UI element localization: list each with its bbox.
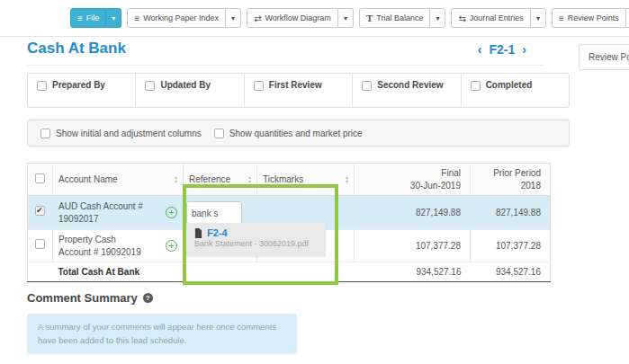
journal-entries-group: ⇆ Journal Entries ▾ [451, 8, 545, 28]
display-options-bar: Show initial and adjustment columns Show… [27, 120, 570, 146]
prior-value: 827,149.88 [471, 196, 551, 230]
page-title: Cash At Bank [27, 40, 126, 58]
trial-balance-caret[interactable]: ▾ [430, 8, 445, 28]
prepared-by-label: Prepared By [52, 80, 105, 90]
column-header-prior-period: Prior Period 2018 [471, 164, 551, 196]
prepared-by-checkbox[interactable] [37, 81, 47, 91]
workpaper-screen: ≡ File ▾ ≡ Working Paper Index ▾ ⇄ Workf… [0, 0, 629, 364]
select-all-checkbox[interactable] [35, 173, 45, 183]
dropdown-result-ref[interactable]: F2-4 [207, 227, 228, 238]
row-checkbox[interactable] [35, 239, 45, 249]
second-review-label: Second Review [377, 80, 443, 90]
workflow-diagram-group: ⇄ Workflow Diagram ▾ [247, 8, 354, 28]
signoff-completed: Completed [461, 74, 569, 107]
sort-icon[interactable]: ▴▾ [248, 175, 251, 184]
total-prior-value: 934,527.16 [471, 262, 551, 282]
shuffle-icon: ⇆ [458, 13, 465, 23]
workpaper-ref: F2-1 [490, 42, 516, 57]
updated-by-checkbox[interactable] [145, 81, 155, 91]
expand-account-icon[interactable]: + [166, 207, 177, 218]
working-paper-index-caret[interactable]: ▾ [226, 8, 241, 28]
total-final-value: 934,527.16 [355, 262, 471, 282]
signoff-first-review: First Review [244, 74, 352, 107]
sort-icon[interactable]: ▴▾ [175, 175, 177, 184]
file-icon [194, 228, 202, 238]
review-points-group: ≡ Review Points + [552, 8, 629, 28]
first-review-checkbox[interactable] [254, 81, 264, 91]
journal-entries-caret[interactable]: ▾ [531, 8, 546, 28]
bars-icon: ≡ [559, 13, 564, 23]
prior-value: 107,377.28 [471, 230, 551, 262]
file-button[interactable]: ≡ File [70, 8, 106, 28]
row-checkbox[interactable] [35, 206, 45, 216]
workflow-diagram-caret[interactable]: ▾ [338, 8, 354, 28]
completed-checkbox[interactable] [471, 81, 481, 91]
prev-workpaper-button[interactable]: ‹ [478, 42, 482, 57]
review-points-label: Review Points [568, 13, 619, 22]
journal-entries-label: Journal Entries [470, 13, 524, 22]
review-points-side-tab[interactable]: Review Po [579, 44, 629, 70]
show-quantities-option: Show quantities and market price [214, 129, 363, 138]
working-paper-index-label: Working Paper Index [143, 13, 219, 22]
title-divider [27, 65, 544, 66]
workflow-diagram-button[interactable]: ⇄ Workflow Diagram [247, 8, 338, 28]
review-points-button[interactable]: ≡ Review Points [552, 8, 626, 28]
comment-summary-heading: Comment Summary ? [27, 291, 153, 305]
text-height-icon: T [366, 13, 373, 23]
journal-entries-button[interactable]: ⇆ Journal Entries [451, 8, 530, 28]
column-header-account-name[interactable]: Account Name [58, 174, 118, 184]
list-icon: ≡ [77, 13, 83, 23]
trial-balance-button[interactable]: T Trial Balance [359, 8, 431, 28]
total-label: Total Cash At Bank [53, 262, 184, 282]
workpaper-pager: ‹ F2-1 › [478, 42, 526, 57]
dropdown-result-filename[interactable]: Bank Statement - 30062019.pdf [194, 239, 326, 248]
expand-account-icon[interactable]: + [166, 240, 177, 252]
second-review-checkbox[interactable] [362, 81, 372, 91]
account-name: Property Cash Account # 19092019 [58, 234, 141, 258]
first-review-label: First Review [269, 80, 322, 90]
sort-icon[interactable]: ▴▾ [346, 175, 348, 184]
table-header-row: Account Name ▴▾ Reference ▴▾ Tickmarks [28, 164, 551, 196]
show-quantities-label: Show quantities and market price [229, 129, 363, 138]
completed-label: Completed [486, 80, 533, 90]
updated-by-label: Updated By [160, 80, 211, 90]
account-name: AUD Cash Account # 19092017 [58, 200, 143, 225]
help-icon[interactable]: ? [143, 293, 153, 303]
list-icon: ≡ [134, 13, 139, 23]
signoff-updated-by: Updated By [135, 74, 243, 107]
signoff-prepared-by: Prepared By [28, 74, 135, 107]
file-button-label: File [86, 13, 100, 22]
column-header-reference[interactable]: Reference [189, 174, 230, 184]
table-total-row: Total Cash At Bank 934,527.16 934,527.16 [28, 262, 551, 282]
file-button-group: ≡ File ▾ [70, 8, 121, 28]
final-value: 827,149.88 [355, 196, 471, 230]
working-paper-index-button[interactable]: ≡ Working Paper Index [127, 8, 226, 28]
dropdown-result-item[interactable]: F2-4 [194, 227, 326, 238]
toolbar: ≡ File ▾ ≡ Working Paper Index ▾ ⇄ Workf… [0, 0, 629, 37]
signoff-second-review: Second Review [352, 74, 460, 107]
signoff-panel: Prepared By Updated By First Review Seco… [27, 73, 570, 108]
trial-balance-group: T Trial Balance ▾ [359, 8, 446, 28]
column-header-tickmarks[interactable]: Tickmarks [263, 174, 303, 184]
trial-balance-label: Trial Balance [376, 13, 423, 22]
final-value: 107,377.28 [355, 230, 471, 262]
comment-summary-empty-message: A summary of your comments will appear h… [27, 314, 297, 354]
show-initial-columns-label: Show initial and adjustment columns [56, 129, 202, 138]
show-quantities-checkbox[interactable] [214, 129, 224, 138]
reference-input[interactable] [186, 201, 242, 225]
working-paper-index-group: ≡ Working Paper Index ▾ [127, 8, 241, 28]
show-initial-columns-checkbox[interactable] [40, 129, 50, 138]
file-dropdown-caret[interactable]: ▾ [106, 8, 121, 28]
next-workpaper-button[interactable]: › [522, 42, 526, 57]
repeat-icon: ⇄ [254, 13, 261, 23]
reference-autocomplete-dropdown: F2-4 Bank Statement - 30062019.pdf [184, 223, 326, 256]
show-initial-columns-option: Show initial and adjustment columns [40, 129, 202, 138]
workflow-diagram-label: Workflow Diagram [265, 13, 331, 22]
column-header-final: Final 30-Jun-2019 [355, 164, 471, 196]
